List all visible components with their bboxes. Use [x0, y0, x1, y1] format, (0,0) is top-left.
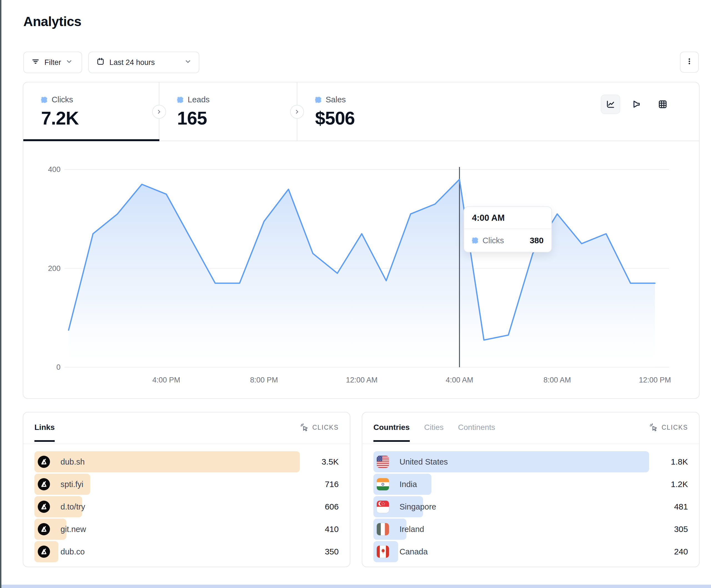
- row-content: United States: [373, 456, 448, 468]
- us-flag: [377, 456, 389, 468]
- list-item[interactable]: United States1.8K: [373, 451, 688, 472]
- cursor-click-icon: [300, 423, 309, 432]
- list-item[interactable]: spti.fyi716: [35, 474, 339, 495]
- filter-button-label: Filter: [44, 58, 61, 67]
- tab-clicks[interactable]: Clicks 7.2K: [23, 82, 159, 141]
- list-item[interactable]: Ireland305: [373, 519, 688, 540]
- row-label: dub.sh: [61, 457, 85, 467]
- tab-cities[interactable]: Cities: [424, 423, 444, 441]
- row-label: Canada: [400, 547, 428, 557]
- link-avatar: [38, 501, 50, 513]
- row-value: 305: [652, 524, 688, 534]
- clicks-chart-area[interactable]: 02004004:00 PM8:00 PM12:00 AM4:00 AM8:00…: [23, 141, 699, 398]
- tab-countries[interactable]: Countries: [373, 423, 410, 441]
- row-label: United States: [400, 457, 448, 467]
- y-axis-tick: 0: [56, 363, 61, 371]
- filter-icon: [31, 57, 40, 68]
- in-flag: [377, 478, 389, 490]
- tab-links[interactable]: Links: [35, 423, 55, 441]
- kebab-menu-icon: [685, 57, 693, 67]
- x-axis-tick: 4:00 PM: [152, 376, 180, 384]
- clicks-area-chart[interactable]: 02004004:00 PM8:00 PM12:00 AM4:00 AM8:00…: [23, 141, 699, 398]
- tooltip-legend-swatch: [472, 238, 478, 244]
- link-avatar: [38, 546, 50, 558]
- tab-continents[interactable]: Continents: [458, 423, 495, 441]
- list-item[interactable]: India1.2K: [373, 474, 688, 495]
- y-axis-tick: 400: [48, 165, 61, 174]
- clicks-tab-label: Clicks: [52, 95, 73, 104]
- links-metric-label: CLICKS: [312, 424, 339, 431]
- chevron-right-icon: [294, 109, 300, 115]
- expand-clicks-leads-button[interactable]: [152, 105, 166, 119]
- list-item[interactable]: Singapore481: [373, 496, 688, 517]
- row-content: Canada: [373, 546, 428, 558]
- ie-flag: [377, 523, 389, 535]
- tooltip-value: 380: [530, 236, 544, 245]
- list-item[interactable]: d.to/try606: [35, 496, 339, 517]
- links-list: dub.sh3.5Kspti.fyi716d.to/try606git.new4…: [23, 444, 350, 562]
- cursor-click-icon: [649, 423, 658, 432]
- row-label: dub.co: [61, 547, 85, 557]
- ca-flag: [377, 546, 389, 558]
- ireland-flag-icon: [377, 523, 389, 535]
- sales-tab-label: Sales: [326, 95, 346, 104]
- next-section-edge: [1, 585, 711, 588]
- row-value: 3.5K: [303, 457, 339, 467]
- row-label: git.new: [61, 525, 86, 534]
- stats-tabs-row: Clicks 7.2K Leads 165 Sales $506: [23, 82, 699, 141]
- row-content: dub.co: [35, 546, 85, 558]
- chevron-down-icon: [66, 58, 73, 67]
- more-options-button[interactable]: [680, 51, 699, 73]
- row-value: 606: [303, 502, 339, 512]
- row-value: 481: [652, 502, 688, 512]
- row-value: 716: [303, 479, 339, 489]
- clicks-tab-value: 7.2K: [41, 108, 159, 129]
- row-content: spti.fyi: [35, 478, 83, 490]
- countries-metric-selector[interactable]: CLICKS: [649, 423, 688, 432]
- links-metric-selector[interactable]: CLICKS: [300, 423, 339, 432]
- analytics-card: Clicks 7.2K Leads 165 Sales $506: [23, 82, 699, 399]
- chart-view-switcher: [601, 95, 672, 114]
- row-label: d.to/try: [61, 502, 85, 512]
- leads-tab-value: 165: [177, 108, 297, 129]
- list-item[interactable]: dub.sh3.5K: [35, 451, 339, 472]
- singapore-flag-icon: [377, 501, 389, 513]
- row-content: Ireland: [373, 523, 424, 535]
- row-content: Singapore: [373, 501, 436, 513]
- dub-logo-icon: [38, 523, 50, 535]
- funnel-chart-icon: [631, 99, 642, 110]
- chart-tooltip: 4:00 AM Clicks 380: [464, 206, 552, 252]
- countries-list: United States1.8KIndia1.2KSingapore481Ir…: [362, 444, 699, 562]
- row-label: Singapore: [400, 502, 436, 512]
- x-axis-tick: 12:00 PM: [639, 376, 671, 384]
- line-chart-view-button[interactable]: [601, 95, 620, 114]
- row-value: 410: [303, 524, 339, 534]
- expand-leads-sales-button[interactable]: [290, 105, 304, 119]
- us-flag-icon: [377, 456, 389, 468]
- tab-leads[interactable]: Leads 165: [159, 82, 297, 141]
- list-item[interactable]: Canada240: [373, 541, 688, 562]
- sg-flag: [377, 501, 389, 513]
- list-item[interactable]: dub.co350: [35, 541, 339, 562]
- row-value: 1.8K: [652, 457, 688, 467]
- list-item[interactable]: git.new410: [35, 519, 339, 540]
- x-axis-tick: 8:00 PM: [250, 376, 278, 384]
- line-chart-icon: [605, 99, 616, 110]
- chevron-down-icon: [184, 58, 192, 67]
- filter-button[interactable]: Filter: [23, 51, 82, 73]
- dub-logo-icon: [38, 456, 50, 468]
- clicks-legend-swatch: [41, 97, 47, 103]
- funnel-chart-view-button[interactable]: [627, 95, 646, 114]
- row-label: India: [400, 480, 417, 489]
- date-range-button[interactable]: Last 24 hours: [88, 51, 199, 73]
- tooltip-time: 4:00 AM: [464, 207, 552, 229]
- link-avatar: [38, 478, 50, 490]
- page-left-edge: [0, 0, 1, 588]
- dub-logo-icon: [38, 546, 50, 558]
- x-axis-tick: 12:00 AM: [346, 376, 378, 384]
- leads-legend-swatch: [177, 97, 183, 103]
- links-panel: Links CLICKS dub.sh3.5Kspti.fyi716d.to/t…: [23, 412, 350, 567]
- row-label: Ireland: [400, 525, 424, 534]
- chevron-right-icon: [156, 109, 162, 115]
- table-view-button[interactable]: [653, 95, 672, 114]
